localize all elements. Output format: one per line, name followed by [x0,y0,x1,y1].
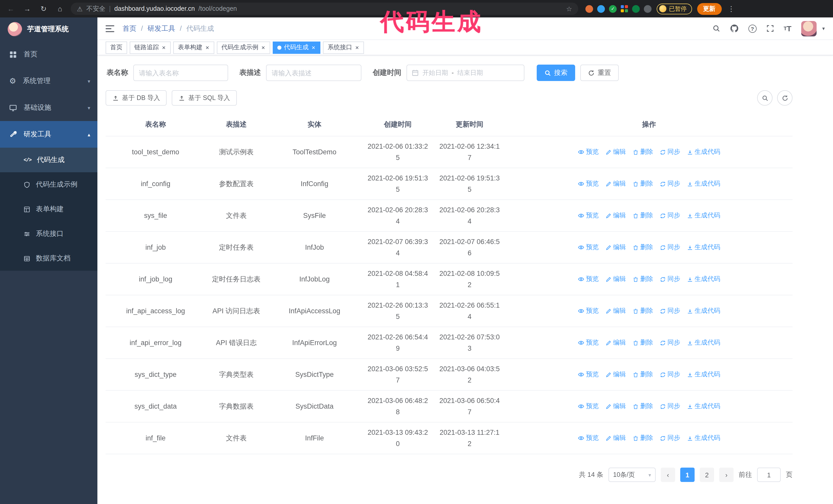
delete-link[interactable]: 删除 [633,243,653,252]
sync-link[interactable]: 同步 [660,211,680,220]
date-range-picker[interactable]: 开始日期 - 结束日期 [406,65,524,81]
view-tab[interactable]: 代码生成示例 × [217,41,270,54]
browser-menu-icon[interactable]: ⋮ [727,5,736,13]
goto-page-input[interactable] [757,467,781,482]
edit-link[interactable]: 编辑 [605,402,626,411]
sync-link[interactable]: 同步 [660,402,680,411]
breadcrumb-item[interactable]: 研发工具 [148,24,175,33]
generate-code-link[interactable]: 生成代码 [687,179,720,188]
delete-link[interactable]: 删除 [633,434,653,442]
edit-link[interactable]: 编辑 [605,148,626,157]
preview-link[interactable]: 预览 [578,148,599,157]
puzzle-icon[interactable] [644,5,651,13]
bookmark-star-icon[interactable]: ☆ [566,5,572,13]
delete-link[interactable]: 删除 [633,402,653,411]
generate-code-link[interactable]: 生成代码 [687,148,720,157]
home-icon[interactable]: ⌂ [54,5,66,13]
generate-code-link[interactable]: 生成代码 [687,370,720,379]
sync-link[interactable]: 同步 [660,370,680,379]
sync-link[interactable]: 同步 [660,307,680,315]
delete-link[interactable]: 删除 [633,148,653,157]
page-number-button[interactable]: 2 [700,467,714,482]
github-icon[interactable] [730,24,738,33]
preview-link[interactable]: 预览 [578,402,599,411]
avatar-caret-icon[interactable]: ▾ [822,26,825,31]
sync-link[interactable]: 同步 [660,434,680,442]
sync-link[interactable]: 同步 [660,338,680,347]
preview-link[interactable]: 预览 [578,211,599,220]
reload-icon[interactable]: ↻ [38,5,49,13]
import-db-button[interactable]: 基于 DB 导入 [105,90,167,105]
delete-link[interactable]: 删除 [633,275,653,284]
delete-link[interactable]: 删除 [633,338,653,347]
delete-link[interactable]: 删除 [633,211,653,220]
sidebar-item-devtools[interactable]: 研发工具 ▴ [0,121,97,148]
close-icon[interactable]: × [205,44,210,51]
edit-link[interactable]: 编辑 [605,275,626,284]
sync-link[interactable]: 同步 [660,243,680,252]
view-tab[interactable]: 系统接口 × [323,41,364,54]
extension-check-icon[interactable]: ✓ [609,5,617,13]
view-tab[interactable]: 首页 [105,41,127,54]
back-icon[interactable]: ← [5,5,17,13]
sidebar-item-form-builder[interactable]: 表单构建 [0,197,97,221]
forward-icon[interactable]: → [22,5,33,13]
edit-link[interactable]: 编辑 [605,243,626,252]
view-tab[interactable]: 代码生成 × [273,41,320,54]
prev-page-button[interactable]: ‹ [661,467,675,482]
generate-code-link[interactable]: 生成代码 [687,402,720,411]
generate-code-link[interactable]: 生成代码 [687,307,720,315]
edit-link[interactable]: 编辑 [605,179,626,188]
extension-icon[interactable] [597,5,605,13]
extension-icon[interactable] [632,5,640,13]
close-icon[interactable]: × [355,44,359,51]
search-icon[interactable] [712,25,720,32]
fullscreen-icon[interactable] [766,25,774,32]
profile-paused-badge[interactable]: 已暂停 [657,3,692,14]
preview-link[interactable]: 预览 [578,243,599,252]
sidebar-fold-icon[interactable] [105,25,114,32]
preview-link[interactable]: 预览 [578,179,599,188]
refresh-table-button[interactable] [777,90,792,105]
table-name-input[interactable] [133,65,228,81]
close-icon[interactable]: × [311,44,316,51]
next-page-button[interactable]: › [719,467,734,482]
browser-update-button[interactable]: 更新 [697,3,721,15]
toggle-search-button[interactable] [757,90,772,105]
sync-link[interactable]: 同步 [660,275,680,284]
close-icon[interactable]: × [162,44,166,51]
preview-link[interactable]: 预览 [578,338,599,347]
generate-code-link[interactable]: 生成代码 [687,243,720,252]
sidebar-item-codegen-example[interactable]: 代码生成示例 [0,172,97,197]
extension-grid-icon[interactable] [621,5,628,12]
sidebar-item-db-doc[interactable]: 数据库文档 [0,246,97,271]
sidebar-item-home[interactable]: 首页 [0,41,97,68]
sidebar-item-system[interactable]: ⚙ 系统管理 ▾ [0,68,97,94]
font-size-icon[interactable]: TT [784,24,791,33]
page-number-button[interactable]: 1 [680,467,695,482]
preview-link[interactable]: 预览 [578,434,599,442]
user-avatar[interactable] [801,21,816,36]
view-tab[interactable]: 表单构建 × [173,41,214,54]
app-logo[interactable]: 芋道管理系统 [0,18,97,41]
delete-link[interactable]: 删除 [633,370,653,379]
generate-code-link[interactable]: 生成代码 [687,434,720,442]
edit-link[interactable]: 编辑 [605,307,626,315]
close-icon[interactable]: × [261,44,265,51]
reset-button[interactable]: 重置 [580,65,619,81]
generate-code-link[interactable]: 生成代码 [687,338,720,347]
sidebar-item-codegen[interactable]: </> 代码生成 [0,148,97,172]
extension-icon[interactable] [586,5,593,13]
preview-link[interactable]: 预览 [578,370,599,379]
breadcrumb-item[interactable]: 首页 [122,24,136,33]
page-size-select[interactable]: 10条/页 ▾ [609,467,656,482]
sidebar-item-system-api[interactable]: 系统接口 [0,221,97,246]
preview-link[interactable]: 预览 [578,275,599,284]
generate-code-link[interactable]: 生成代码 [687,211,720,220]
edit-link[interactable]: 编辑 [605,338,626,347]
delete-link[interactable]: 删除 [633,307,653,315]
edit-link[interactable]: 编辑 [605,370,626,379]
import-sql-button[interactable]: 基于 SQL 导入 [172,90,237,105]
sidebar-item-infra[interactable]: 基础设施 ▾ [0,94,97,121]
edit-link[interactable]: 编辑 [605,211,626,220]
